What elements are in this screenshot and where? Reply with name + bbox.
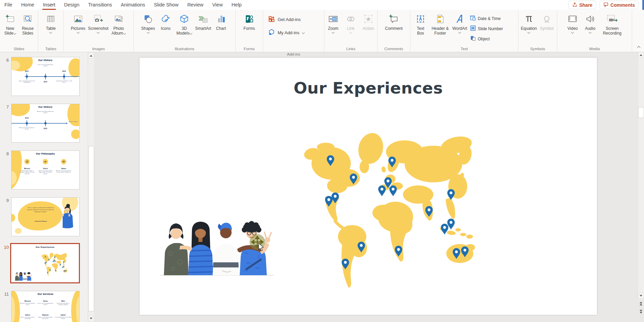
forms-button[interactable]: Forms	[240, 12, 258, 31]
screen-recording-button[interactable]: Screen Recording	[599, 12, 625, 36]
timeline-year: 2014	[39, 81, 52, 83]
group-label-comments: Comments	[378, 47, 410, 51]
chevron-down-icon	[589, 31, 592, 34]
thumbnail-scrollbar[interactable]	[88, 52, 94, 322]
button-label: Action	[363, 26, 374, 31]
comments-button[interactable]: Comments	[600, 1, 639, 9]
menu-item-view[interactable]: View	[208, 0, 227, 10]
menu-item-insert[interactable]: Insert	[39, 0, 60, 10]
slide-number-button[interactable]: Slide Number	[469, 24, 505, 33]
share-button[interactable]: Share	[568, 1, 596, 9]
thumb-slide-title: Our Philosophy	[12, 153, 79, 155]
menu-item-review[interactable]: Review	[183, 0, 208, 10]
chevron-down-icon	[97, 31, 100, 34]
slide-thumbnail-6[interactable]: Our History 2012 Venus is the second pla…	[11, 57, 80, 96]
main-scroll-up-button[interactable]	[638, 52, 644, 58]
quote-text: “This is a quote, words full of wisdom t…	[25, 206, 56, 213]
button-label: Object	[478, 37, 490, 41]
header-footer-button[interactable]: Header & Footer	[429, 12, 451, 36]
my-add-ins-button[interactable]: My Add-ins	[268, 28, 324, 37]
slide-number: 7	[1, 104, 9, 109]
workspace: 6 Our History 2012 Venus is the second p…	[0, 52, 644, 322]
column-desc: Mercury is the closest planet to the Sun…	[56, 170, 72, 173]
ribbon: New Slide Reuse Slides Slides Table Tabl…	[0, 10, 644, 52]
slide-thumbnail-10-selected[interactable]: Our Experiences	[11, 244, 79, 282]
wordart-icon	[454, 13, 465, 25]
column-desc: Despite being red, Mars is actually a co…	[55, 303, 71, 305]
ribbon-group-comments: Comment Comments	[378, 10, 410, 52]
chevron-down-icon	[190, 32, 192, 35]
reuse-slides-button[interactable]: Reuse Slides	[19, 12, 37, 36]
screenshot-icon	[93, 13, 104, 25]
audio-icon	[585, 13, 595, 25]
new-slide-button[interactable]: New Slide	[1, 12, 19, 36]
slide-canvas[interactable]: Our Experiences	[139, 58, 597, 315]
screen-recording-icon	[606, 13, 618, 25]
menu-item-transitions[interactable]: Transitions	[84, 0, 116, 10]
zoom-button[interactable]: Zoom	[324, 12, 342, 34]
equation-button[interactable]: Equation	[520, 12, 538, 34]
date-time-button[interactable]: Date & Time	[469, 14, 505, 23]
menu-item-animations[interactable]: Animations	[116, 0, 150, 10]
slide-thumbnail-8[interactable]: Our Philosophy Mission Despite being red…	[11, 150, 80, 189]
thumbnail-scrollbar-thumb[interactable]	[88, 146, 94, 311]
timeline-desc: Mercury is the closest planet to the Sun	[18, 127, 35, 130]
share-icon	[572, 2, 577, 8]
quote-attribution: —Someone Famous	[25, 220, 56, 222]
previous-slide-icon	[640, 302, 642, 303]
button-label: Equation	[521, 26, 537, 31]
menu-item-file[interactable]: File	[0, 0, 17, 10]
thumb-world-map	[36, 250, 74, 278]
main-scrollbar-thumb[interactable]	[638, 107, 644, 118]
world-map-graphic[interactable]	[301, 116, 559, 299]
menu-item-slide-show[interactable]: Slide Show	[150, 0, 183, 10]
chart-button[interactable]: Chart	[212, 12, 230, 31]
slide-title[interactable]: Our Experiences	[139, 79, 597, 97]
group-label-symbols: Symbols	[518, 47, 557, 51]
thumb-slide-title: Our Experiences	[11, 246, 79, 248]
comment-button[interactable]: Comment	[384, 12, 404, 31]
header-footer-icon	[435, 13, 445, 25]
thumbnail-scroll-down-button[interactable]	[88, 315, 94, 321]
wordart-button[interactable]: WordArt	[451, 12, 469, 34]
audio-button[interactable]: Audio	[581, 12, 599, 34]
main-scrollbar[interactable]	[638, 52, 644, 299]
shapes-button[interactable]: Shapes	[139, 12, 157, 34]
slide-thumbnail-11[interactable]: Our Services Mercury Mercury is the clos…	[11, 291, 80, 322]
slide-thumbnail-9[interactable]: “This is a quote, words full of wisdom t…	[11, 197, 80, 236]
screenshot-button[interactable]: Screenshot	[87, 12, 110, 34]
previous-slide-button[interactable]	[638, 302, 644, 305]
collapse-ribbon-button[interactable]	[636, 45, 641, 50]
thumb-slide-title: Our History	[12, 106, 79, 108]
button-label: Zoom	[328, 26, 339, 31]
table-button[interactable]: Table	[42, 12, 60, 34]
chevron-down-icon	[77, 31, 80, 34]
next-slide-button[interactable]	[638, 310, 644, 314]
thumbnail-scroll-up-button[interactable]	[88, 53, 94, 59]
main-scroll-down-button[interactable]	[638, 293, 644, 299]
icons-button[interactable]: Icons	[157, 12, 174, 31]
menu-item-help[interactable]: Help	[227, 0, 246, 10]
menu-item-design[interactable]: Design	[60, 0, 84, 10]
button-label: Table	[46, 26, 56, 31]
button-label: New Slide	[4, 26, 14, 36]
text-box-icon	[415, 13, 426, 25]
menu-item-home[interactable]: Home	[17, 0, 39, 10]
text-box-button[interactable]: Text Box	[412, 12, 429, 36]
photo-album-button[interactable]: Photo Album	[109, 12, 128, 36]
get-add-ins-button[interactable]: Get Add-ins	[268, 15, 324, 24]
video-button[interactable]: Video	[564, 12, 581, 34]
timeline-desc: Despite being red, Mars is a cold place	[56, 80, 72, 83]
column-heading: Mars	[56, 300, 71, 302]
chevron-down-icon	[349, 31, 352, 34]
slide-thumbnail-7[interactable]: Our History 2018 Neptune is the farthest…	[11, 104, 80, 143]
thumb-people	[14, 271, 33, 281]
button-label: Slide Number	[478, 26, 503, 31]
3d-models-button[interactable]: 3D Models	[174, 12, 194, 36]
button-label: Screen Recording	[600, 26, 624, 36]
object-button[interactable]: Object	[469, 35, 505, 43]
button-label: Forms	[243, 26, 255, 31]
pictures-button[interactable]: Pictures	[69, 12, 87, 34]
next-slide-icon	[640, 310, 642, 311]
smartart-button[interactable]: SmartArt	[194, 12, 212, 31]
